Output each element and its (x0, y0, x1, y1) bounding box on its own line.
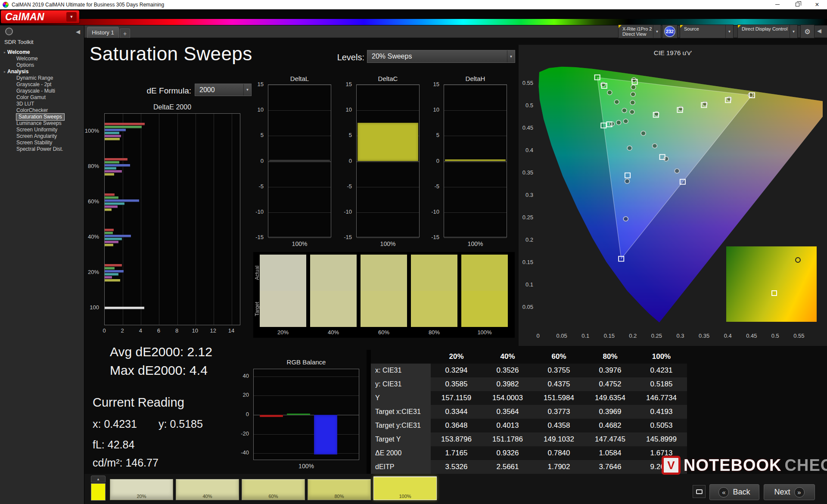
sidebar-item-screen-angularity[interactable]: Screen Angularity (0, 133, 84, 140)
tick-label: 0.05 (554, 333, 569, 339)
target-swatch (361, 291, 407, 327)
tick-label: 10 (190, 327, 200, 334)
tick-label: 0 (426, 158, 439, 164)
sidebar-item-dynamic-range[interactable]: Dynamic Range (0, 75, 84, 81)
notebookcheck-watermark: V NOTEBOOKCHECK (662, 456, 827, 475)
sidebar-item-label: Color Gamut (16, 94, 46, 101)
settings-button[interactable]: ⚙ (800, 25, 815, 38)
de-bar (105, 138, 120, 140)
new-tab-button[interactable]: + (120, 28, 130, 38)
patch-label: 20% (110, 494, 173, 499)
gridline (357, 212, 419, 213)
deltah-chart (444, 84, 507, 237)
levels-dropdown[interactable]: 20% Sweeps ▼ (367, 50, 515, 63)
display-control-dropdown[interactable]: Direct Display Control ▼ (737, 25, 798, 38)
deltal-y-axis: 151050-5-10-15 (250, 84, 265, 237)
back-button[interactable]: « Back (709, 484, 759, 500)
gridline (357, 238, 419, 238)
sidebar-item-screen-stability[interactable]: Screen Stability (0, 140, 84, 146)
meter-dropdown[interactable]: X-Rite i1Pro 2 Direct View ▼ (618, 25, 661, 38)
next-button[interactable]: Next » (764, 484, 815, 500)
gridline (141, 114, 141, 325)
sidebar-item-analysis[interactable]: ▸Analysis (0, 68, 84, 75)
gridline (214, 114, 214, 325)
patch-button-20[interactable]: 20% (110, 479, 173, 500)
patch-button-80[interactable]: 80% (308, 479, 371, 500)
patch-button-100[interactable]: 100% (373, 476, 437, 500)
gridline (254, 434, 359, 435)
sidebar-item-label: Spectral Power Dist. (16, 146, 63, 152)
de-bar (105, 232, 113, 234)
sidebar-item-grayscale-2pt[interactable]: Grayscale - 2pt (0, 81, 84, 88)
table-row: Target y:CIE310.36480.40130.43580.46820.… (371, 419, 687, 432)
formula-dropdown[interactable]: 2000 ▼ (195, 84, 252, 96)
tick-label: 100 (80, 304, 99, 311)
table-cell: 0.5053 (636, 419, 687, 432)
table-corner-cell (371, 350, 431, 364)
measured-point (631, 92, 635, 96)
sidebar-home-button[interactable] (5, 28, 13, 35)
table-cell: 0.4682 (584, 419, 636, 432)
de-bar (105, 307, 144, 309)
sidebar-item-welcome[interactable]: Welcome (0, 56, 84, 62)
table-cell: 0.4358 (533, 419, 584, 432)
target-point-marker (771, 290, 777, 296)
sidebar-title: SDR Toolkit (4, 39, 34, 45)
gridline (357, 85, 419, 85)
table-cell: 0.3976 (584, 364, 636, 377)
cie-zoom-inset (726, 246, 817, 322)
table-cell: 151.5984 (533, 391, 584, 405)
patch-label: 80% (308, 494, 370, 499)
meter-mode: Direct View (622, 31, 652, 37)
measured-point (631, 85, 636, 89)
de-bar (105, 270, 124, 273)
measured-point (623, 217, 628, 221)
gridline (444, 162, 507, 162)
collapse-sidebar-button[interactable]: ◀ (76, 28, 80, 35)
patch-button-60[interactable]: 60% (242, 479, 305, 500)
sidebar-item-color-gamut[interactable]: Color Gamut (0, 94, 84, 101)
source-dropdown[interactable]: Source ▼ (680, 25, 734, 38)
chevron-down-icon: ▼ (790, 25, 797, 38)
measured-point (664, 157, 668, 161)
deltae-chart (104, 113, 240, 325)
deltac-category: 100% (356, 240, 420, 247)
display-icon-button[interactable] (693, 485, 706, 498)
table-cell: 0.4013 (482, 419, 533, 432)
tick-label: 0.5 (768, 333, 783, 339)
collapse-right-panel-button[interactable]: ◀ (817, 28, 821, 34)
patch-button-40[interactable]: 40% (176, 479, 239, 500)
sidebar-item-options[interactable]: Options (0, 62, 84, 68)
sidebar-item-welcome[interactable]: ▸Welcome (0, 49, 84, 56)
deltac-y-axis: 151050-5-10-15 (338, 84, 354, 237)
sidebar-item-saturation-sweeps[interactable]: Saturation Sweeps (0, 114, 84, 120)
logo-menu-button[interactable]: ▼ (66, 12, 77, 22)
restore-button[interactable] (787, 0, 807, 9)
sidebar-item-grayscale-multi[interactable]: Grayscale - Multi (0, 88, 84, 94)
close-button[interactable]: × (807, 0, 827, 9)
tab-history-1[interactable]: History 1 (87, 27, 119, 38)
calman-window: CalMAN 2019 CalMAN Ultimate for Business… (0, 0, 827, 504)
tick-label: 100% (80, 128, 99, 134)
calman-logo[interactable]: CalMAN ▼ (1, 10, 79, 23)
sidebar-item-colorchecker[interactable]: ColorChecker (0, 107, 84, 114)
meter-count[interactable]: 232 (662, 25, 678, 38)
table-cell: 145.8999 (636, 432, 687, 446)
tick-label: 5 (250, 132, 264, 138)
levels-value: 20% Sweeps (367, 53, 412, 60)
sidebar-item-luminance-sweeps[interactable]: Luminance Sweeps (0, 120, 84, 127)
tick-label: -5 (338, 183, 352, 190)
spectrum-strip (0, 19, 827, 25)
gear-icon: ⚙ (804, 28, 810, 36)
actual-swatch (361, 255, 407, 291)
sidebar-item-spectral-power-dist-[interactable]: Spectral Power Dist. (0, 146, 84, 152)
tick-label: -15 (338, 234, 352, 240)
patch-up-button[interactable]: ▲ (91, 476, 106, 482)
measured-point (627, 146, 632, 150)
tick-label: 40 (235, 373, 249, 379)
sidebar-item-screen-uniformity[interactable]: Screen Uniformity (0, 127, 84, 133)
sidebar-item-3d-lut[interactable]: 3D LUT (0, 101, 84, 107)
sidebar-item-label: Options (16, 62, 34, 68)
minimize-button[interactable] (768, 0, 787, 9)
de-bar (105, 135, 121, 137)
